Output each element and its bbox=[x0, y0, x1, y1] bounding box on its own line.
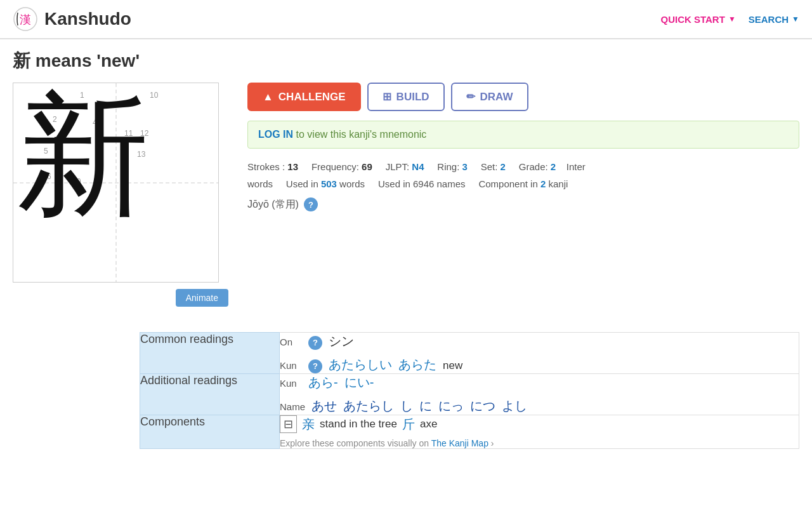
login-link[interactable]: LOG IN bbox=[258, 129, 293, 140]
logo-text: Kanshudo bbox=[44, 9, 131, 29]
comp1-label: stand in the tree bbox=[320, 418, 397, 431]
logo-icon: 漢 bbox=[13, 6, 38, 32]
used-in-names-suffix: names bbox=[437, 178, 466, 189]
kanji-canvas-wrapper: 1 2 3 4 5 6 7 8 9 10 11 12 13 新 Animate bbox=[13, 83, 228, 283]
right-panel: ▲ CHALLENGE ⊞ BUILD ✏ DRAW LOG IN to vie… bbox=[247, 83, 799, 307]
used-in-words-label: Used in bbox=[286, 178, 318, 189]
common-readings-row: Common readings On ? シン Kun ? あたらしい あらた … bbox=[140, 333, 799, 374]
frequency-label: Frequency: bbox=[311, 161, 359, 172]
quick-start-chevron-icon: ▼ bbox=[728, 15, 736, 23]
action-buttons: ▲ CHALLENGE ⊞ BUILD ✏ DRAW bbox=[247, 83, 799, 111]
svg-text:漢: 漢 bbox=[20, 13, 31, 26]
grade-label: Grade: bbox=[519, 161, 548, 172]
name-label: Name bbox=[280, 401, 305, 412]
explore-text-row: Explore these components visually on The… bbox=[280, 438, 799, 448]
joyo-label: Jōyō (常用) bbox=[247, 198, 299, 211]
name-reading-1: あせ bbox=[311, 398, 337, 415]
ring-value: 3 bbox=[462, 161, 468, 172]
search-chevron-icon: ▼ bbox=[792, 15, 799, 23]
add-kun-1: あら- bbox=[308, 374, 338, 391]
animate-button[interactable]: Animate bbox=[176, 289, 228, 307]
set-value: 2 bbox=[501, 161, 506, 172]
name-reading-5: にっ bbox=[438, 398, 464, 415]
comp-box-icon: ⊟ bbox=[280, 415, 297, 433]
kun-type-label: Kun bbox=[280, 360, 302, 371]
used-in-names-label: Used in bbox=[378, 178, 410, 189]
set-label: Set: bbox=[481, 161, 498, 172]
name-reading-2: あたらし bbox=[343, 398, 394, 415]
readings-section: Common readings On ? シン Kun ? あたらしい あらた … bbox=[0, 332, 812, 449]
name-reading-7: よし bbox=[502, 398, 527, 415]
joyo-help-icon[interactable]: ? bbox=[304, 197, 318, 211]
on-reading-value: シン bbox=[329, 333, 354, 350]
stroke-num-10: 10 bbox=[150, 91, 158, 100]
kanji-canvas: 1 2 3 4 5 6 7 8 9 10 11 12 13 新 bbox=[13, 83, 219, 283]
challenge-triangle-icon: ▲ bbox=[263, 91, 273, 104]
kun-reading-1: あたらしい bbox=[329, 356, 392, 373]
component-suffix: kanji bbox=[549, 178, 568, 189]
on-help-icon[interactable]: ? bbox=[308, 336, 322, 350]
add-kun-row: Kun あら- にい- bbox=[280, 374, 799, 391]
inter-label: Inter bbox=[566, 161, 586, 172]
name-reading-6: につ bbox=[470, 398, 495, 415]
words-label: words bbox=[247, 178, 273, 189]
logo-area: 漢 Kanshudo bbox=[13, 6, 131, 32]
add-kun-2: にい- bbox=[344, 374, 374, 391]
jlpt-label: JLPT: bbox=[386, 161, 410, 172]
build-grid-icon: ⊞ bbox=[383, 90, 391, 104]
draw-pencil-icon: ✏ bbox=[466, 90, 475, 104]
kun-reading-row: Kun ? あたらしい あらた new bbox=[280, 356, 799, 373]
components-content: ⊟ 亲 stand in the tree 斤 axe Explore thes… bbox=[280, 415, 799, 449]
comp1-kanji[interactable]: 亲 bbox=[302, 416, 315, 433]
component-value: 2 bbox=[540, 178, 546, 189]
search-nav[interactable]: SEARCH ▼ bbox=[749, 14, 799, 25]
kun-help-icon[interactable]: ? bbox=[308, 359, 322, 373]
used-in-words-value: 503 bbox=[321, 178, 337, 189]
strokes-label: Strokes : bbox=[247, 161, 285, 172]
mnemonic-box: LOG IN to view this kanji's mnemonic bbox=[247, 121, 799, 149]
kun-reading-2: あらた bbox=[398, 356, 436, 373]
components-row: Components ⊟ 亲 stand in the tree 斤 axe E… bbox=[140, 415, 799, 449]
readings-table: Common readings On ? シン Kun ? あたらしい あらた … bbox=[140, 332, 799, 449]
mnemonic-text: to view this kanji's mnemonic bbox=[293, 129, 426, 140]
components-list: ⊟ 亲 stand in the tree 斤 axe bbox=[280, 415, 799, 433]
components-label: Components bbox=[140, 415, 280, 449]
grade-value: 2 bbox=[551, 161, 556, 172]
name-reading-4: に bbox=[419, 398, 432, 415]
on-reading-row: On ? シン bbox=[280, 333, 799, 350]
header-nav: QUICK START ▼ SEARCH ▼ bbox=[660, 14, 799, 25]
used-in-words-suffix: words bbox=[339, 178, 365, 189]
additional-readings-content: Kun あら- にい- Name あせ あたらし し に にっ につ よし bbox=[280, 374, 799, 415]
common-readings-content: On ? シン Kun ? あたらしい あらた new bbox=[280, 333, 799, 374]
page-title: 新 means 'new' bbox=[0, 39, 812, 83]
kanji-area: 1 2 3 4 5 6 7 8 9 10 11 12 13 新 Animate bbox=[13, 83, 228, 307]
common-readings-label: Common readings bbox=[140, 333, 280, 374]
name-reading-3: し bbox=[400, 398, 413, 415]
frequency-value: 69 bbox=[362, 161, 372, 172]
additional-readings-row: Additional readings Kun あら- にい- Name あせ … bbox=[140, 374, 799, 415]
joyo-line: Jōyō (常用) ? bbox=[247, 197, 799, 211]
additional-readings-label: Additional readings bbox=[140, 374, 280, 415]
header: 漢 Kanshudo QUICK START ▼ SEARCH ▼ bbox=[0, 0, 812, 39]
name-reading-row: Name あせ あたらし し に にっ につ よし bbox=[280, 398, 799, 415]
comp2-label: axe bbox=[420, 418, 437, 431]
comp2-kanji[interactable]: 斤 bbox=[402, 416, 415, 433]
jlpt-value: N4 bbox=[412, 161, 424, 172]
kanji-map-link[interactable]: The Kanji Map bbox=[431, 438, 488, 448]
challenge-button[interactable]: ▲ CHALLENGE bbox=[247, 83, 361, 111]
build-button[interactable]: ⊞ BUILD bbox=[367, 83, 445, 111]
used-in-names-value: 6946 bbox=[413, 178, 434, 189]
ring-label: Ring: bbox=[437, 161, 459, 172]
add-kun-label: Kun bbox=[280, 378, 302, 389]
quick-start-nav[interactable]: QUICK START ▼ bbox=[660, 14, 735, 25]
kanji-character: 新 bbox=[16, 90, 150, 223]
draw-button[interactable]: ✏ DRAW bbox=[451, 83, 528, 111]
component-label: Component in bbox=[478, 178, 537, 189]
strokes-value: 13 bbox=[287, 161, 298, 172]
on-type-label: On bbox=[280, 337, 302, 347]
stats-bar: Strokes : 13 Frequency: 69 JLPT: N4 Ring… bbox=[247, 158, 799, 192]
kun-meaning: new bbox=[443, 359, 462, 372]
main-content: 1 2 3 4 5 6 7 8 9 10 11 12 13 新 Animate bbox=[0, 83, 812, 319]
